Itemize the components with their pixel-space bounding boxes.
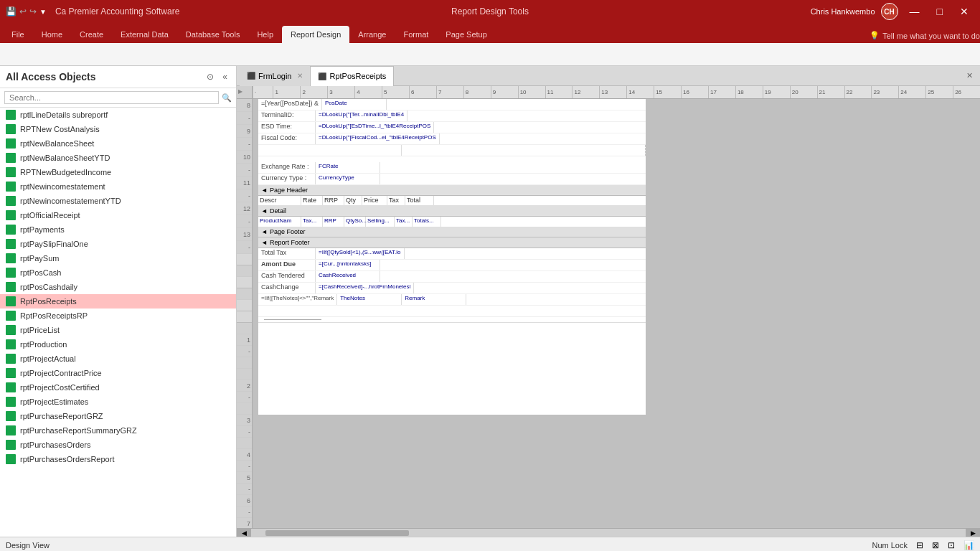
close-button[interactable]: ✕ xyxy=(954,4,974,19)
dropdown-button[interactable]: ▼ xyxy=(39,8,47,16)
tab-external-data[interactable]: External Data xyxy=(112,26,177,43)
redo-button[interactable]: ↪ xyxy=(29,6,37,17)
main-area: All Access Objects ⊙ « 🔍 rptlLineDetails… xyxy=(0,66,980,537)
posdate-value: PosDate xyxy=(322,99,387,110)
undo-button[interactable]: ↩ xyxy=(19,6,27,17)
detail-productname: ProductNam xyxy=(258,217,301,227)
sidebar-item-rptnewbalancesheet[interactable]: rptNewBalanceSheet xyxy=(0,136,236,151)
sidebar-item-label: rptPosCash xyxy=(20,268,61,277)
ruler-tick: 3 xyxy=(327,86,354,98)
sidebar-collapse-button[interactable]: « xyxy=(220,70,230,83)
sidebar-item-rptposreceiptsrp[interactable]: RptPosReceiptsRP xyxy=(0,309,236,323)
doc-tab-rptposreceipts[interactable]: ⬛ RptPosReceipts xyxy=(311,66,394,86)
page-footer-label: Page Footer xyxy=(270,228,306,235)
sidebar-item-rptnewbudgetedincome[interactable]: RPTNewBudgetedIncome xyxy=(0,165,236,179)
report-icon xyxy=(6,182,16,192)
ruler-tick: 5 xyxy=(382,86,409,98)
report-footer-section: ◄ Report Footer xyxy=(258,237,646,248)
tab-format[interactable]: Format xyxy=(395,26,437,43)
sidebar-item-rptpricelist[interactable]: rptPriceList xyxy=(0,323,236,337)
row-num: - xyxy=(237,426,252,438)
col-price: Price xyxy=(362,196,387,205)
doc-tab-frmlogin[interactable]: ⬛ FrmLogin ✕ xyxy=(240,66,311,86)
sidebar-item-label: rptPurchasesOrders xyxy=(20,441,90,449)
ruler-tick: 1 xyxy=(273,86,300,98)
row-num xyxy=(237,369,252,380)
maximize-button[interactable]: □ xyxy=(931,4,948,19)
line-row xyxy=(258,317,646,323)
design-view-button[interactable]: ⊠ xyxy=(932,540,939,550)
sidebar-item-rptpurchasesordersreport[interactable]: rptPurchasesOrdersReport xyxy=(0,452,236,466)
fiscalcode-label: Fiscal Code: xyxy=(258,133,316,144)
sidebar-item-rptllinedetails[interactable]: rptlLineDetails subreportf xyxy=(0,108,236,122)
sidebar-item-rptnewincomestatement[interactable]: rptNewincomestatement xyxy=(0,179,236,194)
minimize-button[interactable]: — xyxy=(904,4,925,19)
horizontal-scrollbar[interactable]: ◀ ▶ xyxy=(237,528,980,537)
document-tabs: ⬛ FrmLogin ✕ ⬛ RptPosReceipts ✕ xyxy=(237,66,980,86)
layout-view-button[interactable]: ⊟ xyxy=(916,540,923,550)
sidebar-item-rptpaysum[interactable]: rptPaySum xyxy=(0,251,236,265)
tab-file[interactable]: File xyxy=(3,26,33,43)
sidebar-item-rptposcashdaily[interactable]: rptPosCashdaily xyxy=(0,280,236,294)
sidebar-item-rptprojectestimates[interactable]: rptProjectEstimates xyxy=(0,395,236,409)
detail-rrp: RRP xyxy=(323,217,344,227)
save-button[interactable]: 💾 xyxy=(6,6,17,17)
report-icon xyxy=(6,382,16,392)
sidebar-item-label: rptNewincomestatementYTD xyxy=(20,197,121,205)
sidebar-item-rptpayslipfinalone[interactable]: rptPaySlipFinalOne xyxy=(0,237,236,251)
sidebar-item-rptposcash[interactable]: rptPosCash xyxy=(0,265,236,280)
tab-report-design[interactable]: Report Design xyxy=(282,26,349,43)
close-all-tabs[interactable]: ✕ xyxy=(962,71,977,80)
tab-home[interactable]: Home xyxy=(33,26,71,43)
sidebar-item-rptposreceipts[interactable]: RptPosReceipts xyxy=(0,294,236,309)
title-bar: 💾 ↩ ↪ ▼ Ca Premier Accounting Software R… xyxy=(0,0,980,23)
spacer3 xyxy=(258,334,646,346)
sidebar-item-rptnewcostanalysis[interactable]: RPTNew CostAnalysis xyxy=(0,122,236,136)
ruler-tick: 19 xyxy=(763,86,790,98)
sidebar-item-rptproduction[interactable]: rptProduction xyxy=(0,337,236,352)
design-view-label: Design View xyxy=(6,541,50,550)
currencytype-value: CurrencyType xyxy=(316,174,380,184)
tab-help[interactable]: Help xyxy=(248,26,282,43)
search-input[interactable] xyxy=(4,91,219,104)
ruler-tick: 18 xyxy=(735,86,763,98)
scroll-left-btn[interactable]: ◀ xyxy=(237,529,251,537)
print-preview-button[interactable]: ⊡ xyxy=(948,540,955,550)
sidebar-item-label: rptPurchaseReportSummaryGRZ xyxy=(20,426,137,435)
sidebar-item-rptprojectcostcertified[interactable]: rptProjectCostCertified xyxy=(0,380,236,395)
total-tax-value: =IIf([QtySold]<1),(S...ww([EAT.lo xyxy=(316,248,405,259)
sidebar-item-rptpurchasesorders[interactable]: rptPurchasesOrders xyxy=(0,438,236,452)
sidebar-item-rptpurchasereportgrz[interactable]: rptPurchaseReportGRZ xyxy=(0,409,236,423)
arrow-icon: ◄ xyxy=(261,239,268,246)
spacer9 xyxy=(258,403,646,415)
sidebar-item-rptnewbalancesheetytd[interactable]: rptNewBalanceSheetYTD xyxy=(0,151,236,165)
sidebar-item-label: rptPayments xyxy=(20,225,65,234)
lightbulb-icon: 💡 xyxy=(870,31,880,40)
title-left: 💾 ↩ ↪ ▼ Ca Premier Accounting Software xyxy=(6,6,811,17)
tab-page-setup[interactable]: Page Setup xyxy=(437,26,496,43)
user-avatar: CH xyxy=(881,3,898,20)
row-num xyxy=(237,403,252,415)
report-icon xyxy=(6,210,16,220)
sidebar-filter-button[interactable]: ⊙ xyxy=(204,70,217,83)
scroll-thumb[interactable] xyxy=(265,530,409,536)
report-icon xyxy=(6,425,16,435)
close-tab-frmlogin[interactable]: ✕ xyxy=(297,72,303,80)
spacer xyxy=(258,306,646,317)
ruler-corner: ▶ xyxy=(237,86,253,99)
tab-arrange[interactable]: Arrange xyxy=(349,26,395,43)
sidebar-item-rptprojectactual[interactable]: rptProjectActual xyxy=(0,352,236,366)
sidebar-item-rptpurchasereportsummarygrz[interactable]: rptPurchaseReportSummaryGRZ xyxy=(0,423,236,438)
sidebar-item-rptnewincomestatementytd[interactable]: rptNewincomestatementYTD xyxy=(0,194,236,208)
report-view-button[interactable]: 📊 xyxy=(963,540,974,550)
sidebar-item-label: rptProjectEstimates xyxy=(20,397,88,406)
report-design[interactable]: ▶ · 1 2 3 4 5 6 7 8 9 10 11 xyxy=(237,86,980,537)
scroll-right-btn[interactable]: ▶ xyxy=(966,529,980,537)
sidebar-item-rptprojectcontractprice[interactable]: rptProjectContractPrice xyxy=(0,366,236,380)
sidebar-item-rptofficialreceipt[interactable]: rptOfficialReceipt xyxy=(0,208,236,222)
tab-database-tools[interactable]: Database Tools xyxy=(177,26,249,43)
sidebar-item-rptpayments[interactable]: rptPayments xyxy=(0,222,236,237)
row-num: - xyxy=(237,346,252,357)
tab-create[interactable]: Create xyxy=(71,26,112,43)
ruler-tick: 15 xyxy=(654,86,681,98)
